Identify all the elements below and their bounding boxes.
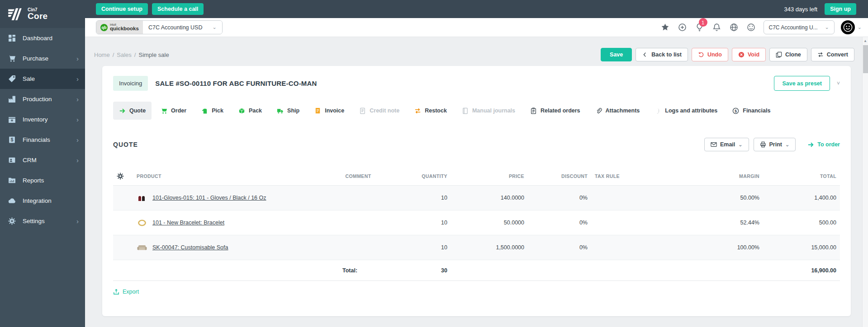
email-button[interactable]: Email ⌄ <box>704 138 749 151</box>
chevron-right-icon: › <box>76 96 79 103</box>
secondary-header: qb intuit quickbooks C7C Accounting USD … <box>85 18 868 37</box>
sidebar-item-dashboard[interactable]: Dashboard <box>0 28 85 48</box>
envelope-icon <box>711 141 717 148</box>
sidebar-item-inventory[interactable]: Inventory › <box>0 109 85 130</box>
sidebar-item-purchase[interactable]: Purchase › <box>0 48 85 69</box>
schedule-call-button[interactable]: Schedule a call <box>152 3 204 15</box>
tab-ship[interactable]: Ship <box>271 102 305 120</box>
cell-quantity: 10 <box>392 220 451 226</box>
cell-quantity: 10 <box>392 195 451 201</box>
breadcrumb-home[interactable]: Home <box>94 51 110 58</box>
tab-restock[interactable]: Restock <box>408 102 453 120</box>
sidebar-item-label: Reports <box>23 177 44 184</box>
section-heading: QUOTE <box>113 141 138 148</box>
logo-text: Cin7 Core <box>28 7 48 21</box>
user-menu-chevron-icon[interactable]: ⌄ <box>858 24 862 30</box>
column-settings-button[interactable] <box>113 173 133 180</box>
settings-icon <box>8 217 16 225</box>
sign-up-button[interactable]: Sign up <box>825 3 856 15</box>
product-link[interactable]: 101 - New Bracelet: Bracelet <box>152 220 224 226</box>
scrollbar-thumb[interactable] <box>863 45 868 73</box>
product-link[interactable]: 101-Gloves-015: 101 - Gloves / Black / 1… <box>152 195 266 201</box>
status-badge: Invoicing <box>113 76 148 91</box>
tab-quote[interactable]: Quote <box>113 102 152 120</box>
chevron-down-icon: ⌄ <box>212 24 216 30</box>
export-link[interactable]: Export <box>113 289 139 295</box>
clone-button[interactable]: Clone <box>769 48 807 61</box>
sidebar-item-settings[interactable]: Settings › <box>0 211 85 231</box>
swap-arrows-icon <box>414 107 421 114</box>
back-to-list-button[interactable]: Back to list <box>636 48 688 61</box>
star-icon[interactable] <box>661 23 669 32</box>
quickbooks-wordmark: intuit quickbooks <box>110 23 139 32</box>
save-as-preset-button[interactable]: Save as preset <box>774 76 830 91</box>
topbar-right: 343 days left Sign up <box>784 3 856 15</box>
collapse-chevron-icon[interactable]: ˅ <box>837 80 840 87</box>
tab-pick[interactable]: Pick <box>195 102 229 120</box>
continue-setup-button[interactable]: Continue setup <box>96 3 148 15</box>
chevron-down-icon: ⌄ <box>825 24 829 30</box>
tab-invoice[interactable]: Invoice <box>308 102 350 120</box>
arrow-right-icon <box>807 141 814 148</box>
top-bar: Continue setup Schedule a call 343 days … <box>85 0 868 18</box>
chevron-left-icon <box>642 51 648 58</box>
convert-button[interactable]: Convert <box>811 48 854 61</box>
page-title: SALE #SO-00110 FOR ABC FURNITURE-CO-MAN <box>155 79 317 87</box>
chevron-right-icon: › <box>76 75 79 82</box>
tab-credit-note[interactable]: Credit note <box>353 102 405 120</box>
quote-lines-table: PRODUCT COMMENT QUANTITY PRICE DISCOUNT … <box>113 167 840 304</box>
print-button[interactable]: Print ⌄ <box>754 138 796 151</box>
cell-total: 15,000.00 <box>763 244 840 251</box>
tab-order[interactable]: Order <box>155 102 192 120</box>
chevron-right-icon: › <box>76 116 79 123</box>
product-link[interactable]: SK-00047: Customisable Sofa <box>152 244 228 251</box>
production-icon <box>8 95 16 103</box>
export-icon <box>113 289 119 295</box>
tab-related-orders[interactable]: Related orders <box>524 102 586 120</box>
void-button[interactable]: Void <box>732 48 766 61</box>
globe-icon[interactable] <box>730 23 738 32</box>
breadcrumb-sales[interactable]: Sales <box>117 51 132 58</box>
reports-icon <box>8 177 16 184</box>
tab-attachments[interactable]: Attachments <box>589 102 646 120</box>
column-header-price: PRICE <box>451 173 528 179</box>
clipboard-icon <box>530 107 537 114</box>
add-circle-icon[interactable] <box>678 23 687 32</box>
tab-financials[interactable]: $ Financials <box>726 102 776 120</box>
quickbooks-account-select[interactable]: qb intuit quickbooks C7C Accounting USD … <box>96 20 223 34</box>
column-header-margin: MARGIN <box>673 173 763 179</box>
scroll-up-arrow-icon[interactable]: ▲ <box>863 37 868 43</box>
purchase-icon <box>8 55 16 62</box>
to-order-link[interactable]: To order <box>807 141 840 148</box>
palette-icon[interactable] <box>747 23 755 32</box>
sidebar-item-production[interactable]: Production › <box>0 89 85 109</box>
sidebar-item-label: Financials <box>23 136 50 143</box>
sidebar-item-financials[interactable]: $ Financials › <box>0 130 85 150</box>
table-row: 101-Gloves-015: 101 - Gloves / Black / 1… <box>113 186 840 210</box>
table-header-row: PRODUCT COMMENT QUANTITY PRICE DISCOUNT … <box>113 167 840 186</box>
sidebar-item-label: Inventory <box>23 116 48 123</box>
sidebar-item-reports[interactable]: Reports <box>0 170 85 191</box>
pack-box-icon <box>238 107 245 114</box>
sidebar-item-sale[interactable]: Sale › <box>0 69 85 89</box>
vertical-scrollbar[interactable]: ▲ <box>862 37 868 327</box>
bell-icon[interactable] <box>712 23 721 32</box>
financials-icon: $ <box>8 136 16 144</box>
sale-tag-icon <box>8 75 16 83</box>
tab-pack[interactable]: Pack <box>232 102 268 120</box>
app-root: Cin7 Core Dashboard Purchase › Sale › Pr… <box>0 0 868 327</box>
tab-manual-journals[interactable]: Manual journals <box>456 102 521 120</box>
undo-button[interactable]: Undo <box>692 48 728 61</box>
save-button[interactable]: Save <box>601 48 632 61</box>
document-icon <box>359 107 366 114</box>
user-avatar[interactable] <box>841 20 855 34</box>
header-icon-group: 1 <box>661 23 755 32</box>
org-select[interactable]: C7C Accounting U... ⌄ <box>764 20 835 34</box>
sidebar-item-crm[interactable]: CRM › <box>0 150 85 170</box>
action-buttons: Save Back to list Undo Void <box>601 48 854 61</box>
lightbulb-icon[interactable]: 1 <box>695 23 704 32</box>
sidebar-item-label: Sale <box>23 75 35 82</box>
tab-logs-attributes[interactable]: Logs and attributes <box>649 102 723 120</box>
cin7-core-logo[interactable]: Cin7 Core <box>0 0 85 28</box>
sidebar-item-integration[interactable]: Integration <box>0 191 85 211</box>
